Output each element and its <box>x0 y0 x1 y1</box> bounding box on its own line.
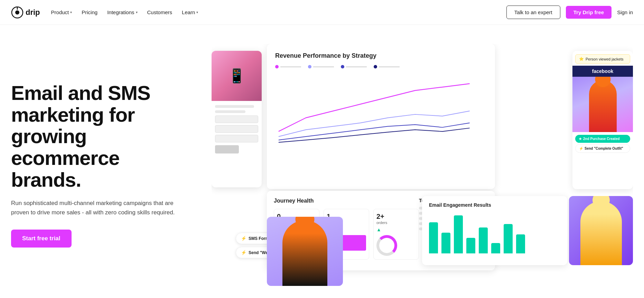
legend-dot <box>374 65 377 68</box>
person-silhouette <box>282 220 327 286</box>
person-figure <box>569 196 633 265</box>
bar <box>516 234 525 253</box>
bar <box>479 227 488 253</box>
bar-item <box>491 243 500 253</box>
try-drip-free-button[interactable]: Try Drip free <box>566 6 612 19</box>
journey-col-label: orders <box>376 221 416 225</box>
facebook-header: facebook <box>572 66 633 77</box>
complete-outfit-badge: ⚡ Send "Complete Outfit" <box>575 144 630 153</box>
hero-left: Email and SMS marketing for growing ecom… <box>11 82 191 248</box>
second-purchase-badge: ★ 2nd Purchase Created <box>575 135 630 143</box>
person-head <box>296 217 315 229</box>
mobile-form-card: 📱 <box>212 51 262 187</box>
star-icon: ★ <box>579 137 582 141</box>
logo[interactable]: drip <box>11 6 40 19</box>
revenue-chart-card: Revenue Performance by Strategy ————— ——… <box>267 44 495 189</box>
journey-col-2: 2+ orders ▲ <box>373 209 419 260</box>
star-icon: ⭐ <box>579 57 584 61</box>
hero-heading: Email and SMS marketing for growing ecom… <box>11 82 191 190</box>
person-figure <box>267 217 343 286</box>
navbar: drip Product ▾ Pricing Integrations ▾ Cu… <box>0 0 644 25</box>
phone-icon: 📱 <box>228 68 245 84</box>
mockup-container: 📱 ⚡ SMS Form Submitted ⚡ <box>212 44 633 286</box>
submit-button-mock <box>215 145 239 153</box>
nav-pricing[interactable]: Pricing <box>82 9 97 15</box>
person-bottom-card <box>267 217 343 286</box>
chart-legend: ————— ————— ————— ————— <box>275 64 487 69</box>
person-figure <box>572 77 633 132</box>
mobile-card-body <box>212 101 262 158</box>
signin-button[interactable]: Sign in <box>617 9 633 15</box>
legend-dot <box>341 65 344 68</box>
bar-item <box>466 238 475 253</box>
bar <box>491 243 500 253</box>
start-free-trial-button[interactable]: Start free trial <box>11 230 72 248</box>
donut-chart <box>376 235 397 256</box>
arrow-up-icon: ▲ <box>376 227 416 232</box>
legend-item: ————— <box>374 64 400 69</box>
legend-dot <box>275 65 279 68</box>
legend-item: ————— <box>341 64 367 69</box>
lightning-icon: ⚡ <box>241 236 246 241</box>
revenue-chart-svg <box>275 75 487 147</box>
nav-right: Talk to an expert Try Drip free Sign in <box>506 6 633 19</box>
bar <box>454 215 463 253</box>
legend-item: ————— <box>275 64 301 69</box>
nav-left: drip Product ▾ Pricing Integrations ▾ Cu… <box>11 6 198 19</box>
mobile-card-image: 📱 <box>212 51 262 101</box>
talk-to-expert-button[interactable]: Talk to an expert <box>506 6 560 19</box>
bar <box>441 233 450 253</box>
email-results-title: Email Engagement Results <box>429 202 560 208</box>
input-field-mock <box>215 135 258 142</box>
bar <box>429 222 438 253</box>
revenue-chart-title: Revenue Performance by Strategy <box>275 52 487 59</box>
lightning-icon: ⚡ <box>579 147 583 150</box>
person-head <box>592 196 610 209</box>
bar-item <box>479 227 488 253</box>
hero-right: 📱 ⚡ SMS Form Submitted ⚡ <box>212 44 633 286</box>
chevron-down-icon: ▾ <box>136 10 138 14</box>
bar-chart <box>429 212 560 253</box>
svg-point-1 <box>15 10 19 15</box>
nav-customers[interactable]: Customers <box>147 9 172 15</box>
bar <box>504 224 513 253</box>
input-field-mock <box>215 115 258 123</box>
input-field-mock <box>215 125 258 133</box>
journey-col-num: 2+ <box>376 213 416 221</box>
bar-item <box>441 233 450 253</box>
hero-section: Email and SMS marketing for growing ecom… <box>0 25 644 298</box>
facebook-card: ⭐ Person viewed jackets facebook ★ 2nd P… <box>572 51 633 189</box>
nav-links: Product ▾ Pricing Integrations ▾ Custome… <box>51 9 198 15</box>
hero-subheading: Run sophisticated multi-channel marketin… <box>11 199 177 217</box>
bar <box>466 238 475 253</box>
lightning-icon: ⚡ <box>241 250 246 255</box>
logo-text: drip <box>26 8 40 17</box>
person-silhouette <box>589 80 617 132</box>
bar-item <box>454 215 463 253</box>
email-results-card: Email Engagement Results <box>422 196 567 265</box>
content-line <box>215 110 245 113</box>
bar-item <box>429 222 438 253</box>
facebook-image <box>572 77 633 132</box>
journey-title: Journey Health <box>274 198 419 204</box>
chevron-down-icon: ▾ <box>70 10 72 14</box>
nav-learn[interactable]: Learn ▾ <box>182 9 198 15</box>
chart-area <box>275 75 487 147</box>
bar-item <box>504 224 513 253</box>
person-viewed-tag: ⭐ Person viewed jackets <box>575 54 630 64</box>
content-line <box>215 105 254 108</box>
bar-item <box>516 234 525 253</box>
person-head <box>595 77 610 87</box>
legend-dot <box>308 65 311 68</box>
nav-product[interactable]: Product ▾ <box>51 9 72 15</box>
legend-item: ————— <box>308 64 334 69</box>
chevron-down-icon: ▾ <box>196 10 198 14</box>
nav-integrations[interactable]: Integrations ▾ <box>107 9 137 15</box>
person-right-card <box>569 196 633 265</box>
person-silhouette <box>580 201 622 265</box>
